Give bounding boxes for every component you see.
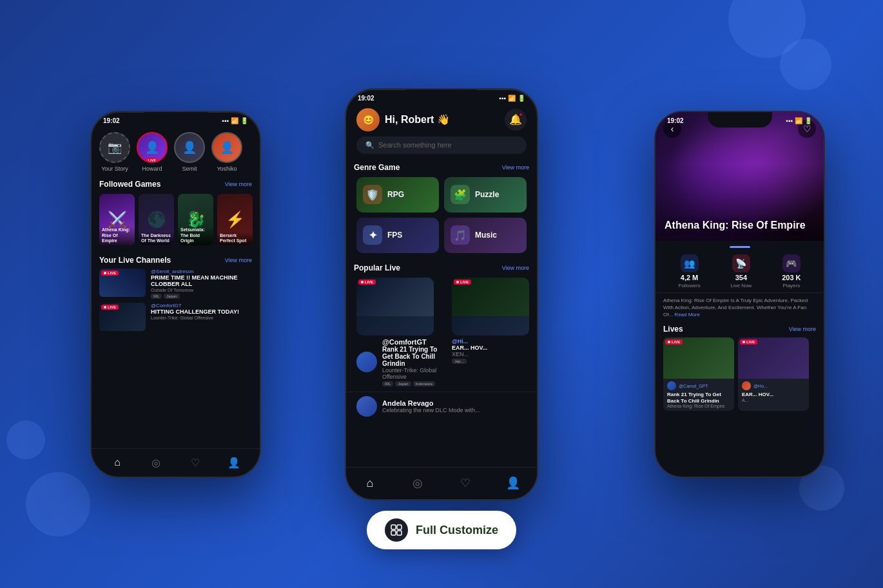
stream-details-0: @ComfortGT Rank 21 Trying To Get Back To…	[382, 338, 447, 386]
lives-header: Lives View more	[663, 325, 816, 334]
genre-card-music[interactable]: 🎵 Music	[444, 218, 527, 253]
genre-card-fps[interactable]: ✦ FPS	[356, 218, 439, 253]
customize-button[interactable]: Full Customize	[367, 511, 516, 549]
lives-card-0[interactable]: LIVE @Camel_GPT Rank 21 Trying To Get Ba…	[663, 337, 734, 411]
nav-heart-left[interactable]: ♡	[186, 453, 204, 471]
channel-item-1[interactable]: LIVE @ComfortGT HITTING CHALLENGER TODAY…	[99, 303, 252, 331]
nav-home-left[interactable]: ⌂	[108, 453, 126, 471]
live-now-icon: 📡	[735, 258, 746, 269]
story-item-yoshiko[interactable]: 👤 Yoshiko	[211, 132, 242, 172]
stream-game-1: XEN...	[452, 351, 529, 357]
channel-item-0[interactable]: LIVE @Semit_andreson PRIME TIME !! MEAN …	[99, 269, 252, 299]
lives-info-1: @Ho... EAR... HOV... A...	[738, 379, 809, 405]
stat-live-now: 📡 354 Live Now	[730, 254, 752, 289]
followed-games-header: Followed Games View more	[92, 177, 260, 191]
story-item-semit[interactable]: 👤 Semit	[174, 132, 205, 172]
players-icon-wrap: 🎮	[782, 254, 801, 272]
lives-thumb-1: LIVE	[738, 337, 809, 379]
live-channels-title: Your Live Channels	[99, 256, 171, 265]
game-card-1[interactable]: 🌑 The Darkness Of The World	[139, 194, 174, 245]
bell-button[interactable]: 🔔	[505, 109, 527, 131]
stories-row: 📷 Your Story 👤 LIVE Howard 👤 Semit	[92, 127, 260, 177]
live-now-icon-wrap: 📡	[732, 254, 750, 272]
channel-info-1: @ComfortGT HITTING CHALLENGER TODAY! Lou…	[151, 303, 252, 320]
stream-game-0: Lounter-Trike: Global Offensive	[382, 367, 447, 380]
nav-user-center[interactable]: 👤	[504, 474, 522, 492]
tag-irl: IRL	[382, 381, 393, 386]
popular-live-header: Popular Live View more	[346, 261, 537, 275]
stream-tags-0: IRL Japan Indonesia	[382, 381, 447, 386]
game-hero: ‹ ♡ Athena King: Rise Of Empire	[655, 112, 824, 241]
tag-irl-0: IRL	[151, 294, 162, 299]
channel-game-1: Lounter-Trike: Global Offensive	[151, 316, 252, 320]
lives-card-1[interactable]: LIVE @Ho... EAR... HOV... A...	[738, 337, 809, 411]
lives-avatar-1	[742, 381, 751, 390]
game-card-0[interactable]: ⚔️ Athena King: Rise Of Empire	[99, 194, 135, 245]
center-header: 😊 Hi, Robert 👋 🔔	[346, 104, 537, 137]
popular-live-view-more[interactable]: View more	[502, 265, 529, 271]
live-badge-howard: LIVE	[146, 158, 158, 163]
user-avatar-header: 😊	[356, 108, 380, 131]
svg-rect-0	[391, 525, 396, 529]
lives-avatar-0	[667, 381, 676, 390]
status-icons-right: ▪▪▪ 📶 🔋	[786, 117, 812, 124]
genre-header: Genre Game View more	[346, 160, 537, 175]
bottom-nav-center: ⌂ ◎ ♡ 👤	[346, 467, 537, 495]
notch-right	[708, 112, 772, 128]
game-card-2[interactable]: 🐉 Setsumata: The Bold Origin	[178, 194, 213, 245]
followed-games-view-more[interactable]: View more	[225, 181, 252, 187]
nav-heart-center[interactable]: ♡	[456, 474, 474, 492]
nav-compass-left[interactable]: ◎	[147, 453, 165, 471]
status-time-right: 19:02	[667, 117, 684, 124]
tags-row-0: IRL Japan	[151, 294, 252, 299]
story-item-add[interactable]: 📷 Your Story	[99, 132, 130, 172]
story-item-howard[interactable]: 👤 LIVE Howard	[137, 132, 168, 172]
genre-card-puzzle[interactable]: 🧩 Puzzle	[444, 177, 527, 213]
live-channels-view-more[interactable]: View more	[225, 257, 252, 263]
lives-card-title-1: EAR... HOV...	[742, 392, 805, 398]
game-hero-title: Athena King: Rise Of Empire	[665, 219, 806, 231]
phone-content-left: 📷 Your Story 👤 LIVE Howard 👤 Semit	[92, 127, 260, 472]
bottom-streamer-info: Andela Revago Celebrating the new DLC Mo…	[382, 399, 480, 413]
read-more-link[interactable]: Read More	[674, 312, 700, 318]
game-title-3: Berserk Perfect Spot	[217, 232, 253, 245]
game-title-2: Setsumata: The Bold Origin	[178, 226, 213, 245]
search-placeholder: Search something here	[378, 141, 452, 149]
wifi-icon: 📶	[231, 117, 238, 124]
followers-label: Followers	[678, 283, 700, 289]
genre-label-fps: FPS	[387, 231, 402, 240]
lives-username-0: @Camel_GPT	[679, 384, 708, 388]
channel-thumb-1: LIVE	[99, 303, 146, 331]
live-card-0[interactable]: LIVE @ComfortGT Rank 21 Trying To Get Ba…	[356, 278, 447, 389]
nav-user-left[interactable]: 👤	[225, 453, 243, 471]
live-card-1[interactable]: LIVE @Hi... EAR... HOV... XEN... Jap...	[452, 278, 529, 389]
genre-card-rpg[interactable]: 🛡️ RPG	[356, 177, 439, 213]
game-card-3[interactable]: ⚡ Berserk Perfect Spot	[217, 194, 253, 245]
howard-avatar: 👤 LIVE	[137, 132, 168, 163]
stream-user-0: @ComfortGT	[382, 338, 447, 346]
greeting-text: Hi, Robert 👋	[385, 113, 450, 126]
lives-username-1: @Ho...	[753, 384, 768, 388]
semit-label: Semit	[182, 166, 197, 172]
genre-view-more[interactable]: View more	[502, 164, 529, 171]
nav-compass-center[interactable]: ◎	[409, 474, 427, 492]
status-icons-center: ▪▪▪ 📶 🔋	[499, 95, 525, 102]
stream-row-0: @ComfortGT Rank 21 Trying To Get Back To…	[356, 336, 447, 389]
battery-icon-c: 🔋	[518, 95, 525, 102]
lives-live-pill-1: LIVE	[740, 339, 757, 345]
players-value: 203 K	[782, 274, 801, 281]
live-channels-list: LIVE @Semit_andreson PRIME TIME !! MEAN …	[92, 267, 260, 333]
game-title-0: Athena King: Rise Of Empire	[99, 226, 135, 245]
stream-row-1: @Hi... EAR... HOV... XEN... Jap...	[452, 336, 529, 366]
live-card-inner-0: LIVE	[356, 278, 434, 316]
yoshiko-avatar: 👤	[211, 132, 242, 163]
nav-home-center[interactable]: ⌂	[361, 474, 379, 492]
phone-right: 19:02 ▪▪▪ 📶 🔋 ‹ ♡ Athena King: Rise Of E…	[654, 111, 825, 478]
lives-card-title-0: Rank 21 Trying To Get Back To Chill Grin…	[667, 392, 730, 404]
bottom-streamer-name: Andela Revago	[382, 399, 480, 407]
svg-rect-3	[397, 531, 402, 535]
lives-view-more[interactable]: View more	[789, 326, 816, 332]
phone-left: 19:02 ▪▪▪ 📶 🔋 📷 Your Story 👤	[90, 111, 261, 478]
search-bar[interactable]: 🔍 Search something here	[356, 137, 527, 154]
camera-icon: 📷	[108, 140, 122, 155]
